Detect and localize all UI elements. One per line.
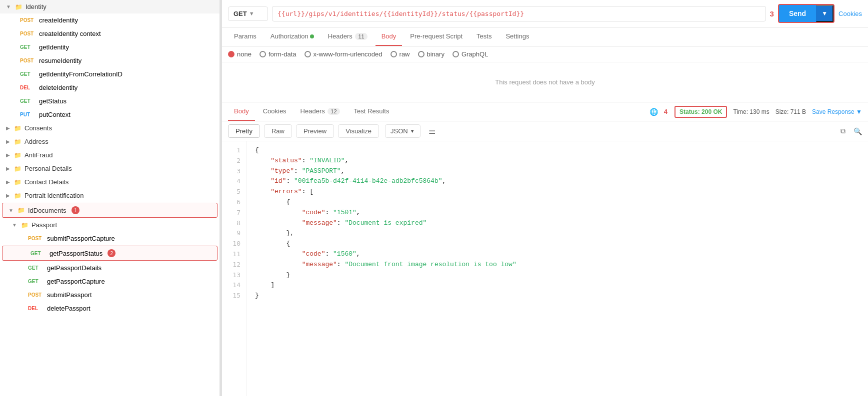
sidebar-item-getStatus[interactable]: GET getStatus	[0, 94, 220, 108]
radio-form-data[interactable]: form-data	[260, 50, 296, 58]
method-badge-get: GET	[28, 279, 44, 284]
sidebar-item-label: getPassportStatus	[50, 250, 102, 257]
radio-label-raw: raw	[400, 50, 410, 58]
line-num: 1	[222, 145, 246, 156]
sidebar-item-createIdentity[interactable]: POST createIdentity	[0, 13, 220, 27]
sidebar-item-createIdentityContext[interactable]: POST createIdentity context	[0, 27, 220, 40]
sidebar-item-getPassportDetails[interactable]: GET getPassportDetails	[0, 261, 220, 275]
copy-icon[interactable]: ⧉	[840, 127, 846, 135]
filter-icon[interactable]: ⚌	[428, 126, 436, 136]
line-num: 4	[222, 176, 246, 187]
sidebar-item-submitPassport[interactable]: POST submitPassport	[0, 288, 220, 302]
sidebar-item-getIdentityFromCorrelationID[interactable]: GET getIdentityFromCorrelationID	[0, 67, 220, 81]
badge-1: 1	[72, 206, 80, 214]
send-dropdown-button[interactable]: ▼	[816, 5, 834, 22]
globe-icon[interactable]: 🌐	[650, 108, 658, 116]
sidebar-item-label: getPassportDetails	[47, 264, 102, 272]
folder-icon: 📁	[21, 222, 28, 229]
radio-urlencoded[interactable]: x-www-form-urlencoded	[304, 50, 382, 58]
sidebar-antifraud[interactable]: ▶ 📁 AntiFraud	[0, 148, 220, 162]
folder-icon: 📁	[14, 152, 22, 159]
radio-label-form-data: form-data	[268, 50, 296, 58]
badge-2: 2	[108, 249, 116, 257]
sidebar-item-deleteIdentity[interactable]: DEL deleteIdentity	[0, 81, 220, 94]
save-response-button[interactable]: Save Response ▼	[812, 108, 862, 115]
response-meta: 🌐 4 Status: 200 OK Time: 130 ms Size: 71…	[650, 106, 862, 118]
radio-none[interactable]: none	[228, 50, 252, 58]
tab-settings[interactable]: Settings	[500, 27, 535, 46]
chevron-right-icon: ▶	[6, 179, 10, 185]
sidebar-item-getIdentity[interactable]: GET getIdentity	[0, 40, 220, 54]
format-dropdown-icon: ▼	[410, 128, 415, 134]
chevron-right-icon: ▶	[6, 139, 10, 144]
sidebar-item-label: Passport	[32, 221, 57, 229]
radio-circle-none	[228, 51, 234, 57]
sidebar-item-submitPassportCapture[interactable]: POST submitPassportCapture	[0, 232, 220, 245]
format-select[interactable]: JSON ▼	[385, 124, 420, 138]
cookies-link[interactable]: Cookies	[838, 10, 862, 17]
sidebar-idDocuments[interactable]: ▼ 📁 IdDocuments 1	[2, 203, 218, 218]
sidebar-item-label: resumeIdentity	[39, 57, 82, 64]
sidebar-personalDetails[interactable]: ▶ 📁 Personal Details	[0, 162, 220, 175]
url-input[interactable]: {{url}}/gips/v1/identities/{{identityId}…	[272, 6, 766, 21]
tab-headers[interactable]: Headers 11	[322, 27, 374, 46]
response-tab-body[interactable]: Body	[228, 102, 255, 121]
radio-circle-binary	[418, 51, 424, 57]
chevron-right-icon: ▶	[6, 152, 10, 158]
radio-label-binary: binary	[427, 50, 444, 58]
response-tab-cookies[interactable]: Cookies	[257, 102, 292, 121]
pretty-button[interactable]: Pretty	[228, 124, 260, 138]
sidebar-item-deletePassport[interactable]: DEL deletePassport	[0, 302, 220, 315]
sidebar-item-label: createIdentity	[39, 16, 78, 24]
sidebar-contactDetails[interactable]: ▶ 📁 Contact Details	[0, 175, 220, 189]
line-num: 13	[222, 270, 246, 281]
method-badge-get: GET	[30, 251, 46, 256]
radio-label-none: none	[237, 50, 252, 58]
sidebar-item-getPassportCapture[interactable]: GET getPassportCapture	[0, 275, 220, 288]
sidebar-item-label: IdDocuments	[28, 207, 66, 214]
request-badge: 3	[770, 9, 774, 18]
method-select[interactable]: GET ▼	[228, 6, 268, 21]
response-tab-headers[interactable]: Headers 12	[294, 102, 346, 121]
tab-authorization[interactable]: Authorization	[264, 27, 320, 46]
line-numbers: 1 2 3 4 5 6 7 8 9 10 11 12 13 14 15	[222, 141, 247, 396]
sidebar-portraitId[interactable]: ▶ 📁 Portrait Identification	[0, 189, 220, 202]
method-badge-post: POST	[20, 31, 36, 36]
search-icon[interactable]: 🔍	[854, 127, 862, 135]
sidebar: ▼ 📁 Identity POST createIdentity POST cr…	[0, 0, 220, 396]
chevron-down-icon: ▼	[8, 208, 14, 213]
radio-circle-form-data	[260, 51, 266, 57]
sidebar-consents[interactable]: ▶ 📁 Consents	[0, 121, 220, 135]
method-dropdown-icon: ▼	[249, 10, 254, 16]
sidebar-passport[interactable]: ▼ 📁 Passport	[0, 218, 220, 232]
chevron-down-icon: ▼	[12, 222, 17, 228]
url-bar: GET ▼ {{url}}/gips/v1/identities/{{ident…	[222, 0, 868, 27]
radio-label-urlencoded: x-www-form-urlencoded	[314, 50, 382, 58]
sidebar-item-getPassportStatus[interactable]: GET getPassportStatus 2	[2, 246, 218, 261]
radio-circle-urlencoded	[304, 51, 311, 57]
visualize-button[interactable]: Visualize	[338, 124, 379, 138]
tab-params[interactable]: Params	[228, 27, 262, 46]
radio-binary[interactable]: binary	[418, 50, 444, 58]
sidebar-identity-header[interactable]: ▼ 📁 Identity	[0, 0, 220, 13]
tab-pre-request-script[interactable]: Pre-request Script	[404, 27, 468, 46]
status-badge: Status: 200 OK	[674, 106, 727, 118]
response-tab-test-results[interactable]: Test Results	[348, 102, 396, 121]
sidebar-item-resumeIdentity[interactable]: POST resumeIdentity	[0, 54, 220, 67]
sidebar-item-label: deleteIdentity	[39, 84, 78, 91]
raw-button[interactable]: Raw	[264, 124, 292, 138]
radio-graphql[interactable]: GraphQL	[452, 50, 488, 58]
method-badge-post: POST	[20, 58, 36, 63]
format-label: JSON	[390, 127, 408, 135]
response-section: Body Cookies Headers 12 Test Results 🌐 4…	[222, 102, 868, 396]
preview-button[interactable]: Preview	[296, 124, 334, 138]
sidebar-item-putContext[interactable]: PUT putContext	[0, 108, 220, 121]
response-headers-badge: 12	[328, 108, 340, 115]
tab-body[interactable]: Body	[376, 27, 402, 46]
radio-raw[interactable]: raw	[390, 50, 410, 58]
sidebar-address[interactable]: ▶ 📁 Address	[0, 135, 220, 148]
method-badge-get: GET	[20, 71, 36, 77]
method-badge-post: POST	[20, 17, 36, 23]
tab-tests[interactable]: Tests	[470, 27, 498, 46]
send-button[interactable]: Send	[779, 5, 816, 21]
